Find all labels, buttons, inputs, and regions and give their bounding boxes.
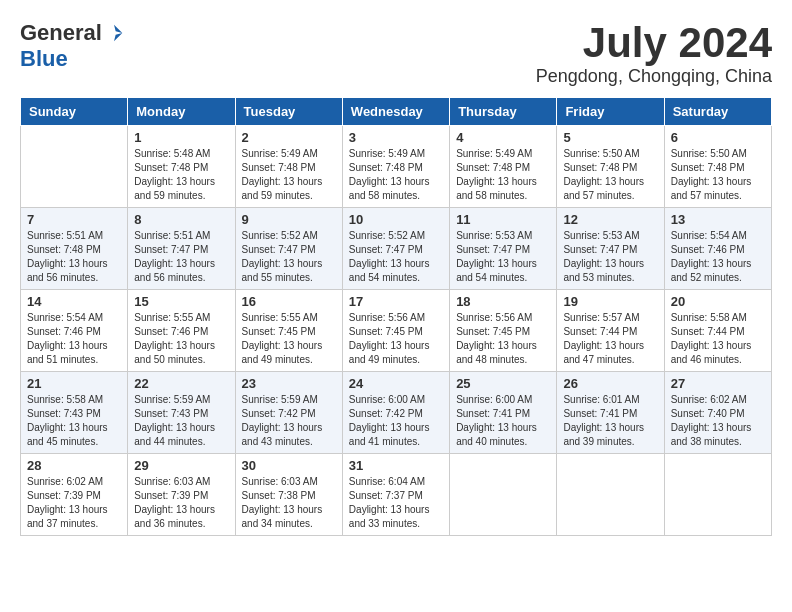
table-row: 14 Sunrise: 5:54 AMSunset: 7:46 PMDaylig… — [21, 290, 128, 372]
table-row: 7 Sunrise: 5:51 AMSunset: 7:48 PMDayligh… — [21, 208, 128, 290]
day-info: Sunrise: 5:54 AMSunset: 7:46 PMDaylight:… — [671, 229, 765, 285]
table-row: 26 Sunrise: 6:01 AMSunset: 7:41 PMDaylig… — [557, 372, 664, 454]
day-number: 13 — [671, 212, 765, 227]
day-number: 8 — [134, 212, 228, 227]
table-row — [21, 126, 128, 208]
table-row: 3 Sunrise: 5:49 AMSunset: 7:48 PMDayligh… — [342, 126, 449, 208]
day-number: 5 — [563, 130, 657, 145]
day-number: 29 — [134, 458, 228, 473]
day-info: Sunrise: 5:53 AMSunset: 7:47 PMDaylight:… — [456, 229, 550, 285]
day-info: Sunrise: 6:03 AMSunset: 7:38 PMDaylight:… — [242, 475, 336, 531]
day-number: 18 — [456, 294, 550, 309]
table-row: 30 Sunrise: 6:03 AMSunset: 7:38 PMDaylig… — [235, 454, 342, 536]
table-row: 6 Sunrise: 5:50 AMSunset: 7:48 PMDayligh… — [664, 126, 771, 208]
table-row: 19 Sunrise: 5:57 AMSunset: 7:44 PMDaylig… — [557, 290, 664, 372]
day-info: Sunrise: 5:48 AMSunset: 7:48 PMDaylight:… — [134, 147, 228, 203]
table-row: 4 Sunrise: 5:49 AMSunset: 7:48 PMDayligh… — [450, 126, 557, 208]
table-row: 2 Sunrise: 5:49 AMSunset: 7:48 PMDayligh… — [235, 126, 342, 208]
col-saturday: Saturday — [664, 98, 771, 126]
day-number: 14 — [27, 294, 121, 309]
day-number: 15 — [134, 294, 228, 309]
calendar-week-row: 1 Sunrise: 5:48 AMSunset: 7:48 PMDayligh… — [21, 126, 772, 208]
day-number: 2 — [242, 130, 336, 145]
day-info: Sunrise: 6:00 AMSunset: 7:41 PMDaylight:… — [456, 393, 550, 449]
table-row: 5 Sunrise: 5:50 AMSunset: 7:48 PMDayligh… — [557, 126, 664, 208]
day-number: 20 — [671, 294, 765, 309]
day-number: 9 — [242, 212, 336, 227]
calendar-week-row: 28 Sunrise: 6:02 AMSunset: 7:39 PMDaylig… — [21, 454, 772, 536]
logo-blue-text: Blue — [20, 46, 68, 72]
day-info: Sunrise: 6:00 AMSunset: 7:42 PMDaylight:… — [349, 393, 443, 449]
col-tuesday: Tuesday — [235, 98, 342, 126]
logo-icon — [104, 23, 124, 43]
table-row: 11 Sunrise: 5:53 AMSunset: 7:47 PMDaylig… — [450, 208, 557, 290]
page-header: General Blue July 2024 Pengdong, Chongqi… — [20, 20, 772, 87]
day-info: Sunrise: 6:02 AMSunset: 7:40 PMDaylight:… — [671, 393, 765, 449]
table-row — [664, 454, 771, 536]
day-number: 24 — [349, 376, 443, 391]
table-row: 15 Sunrise: 5:55 AMSunset: 7:46 PMDaylig… — [128, 290, 235, 372]
col-friday: Friday — [557, 98, 664, 126]
day-number: 23 — [242, 376, 336, 391]
table-row — [557, 454, 664, 536]
table-row: 18 Sunrise: 5:56 AMSunset: 7:45 PMDaylig… — [450, 290, 557, 372]
day-info: Sunrise: 5:49 AMSunset: 7:48 PMDaylight:… — [349, 147, 443, 203]
col-monday: Monday — [128, 98, 235, 126]
day-number: 19 — [563, 294, 657, 309]
table-row: 25 Sunrise: 6:00 AMSunset: 7:41 PMDaylig… — [450, 372, 557, 454]
day-info: Sunrise: 5:52 AMSunset: 7:47 PMDaylight:… — [349, 229, 443, 285]
day-info: Sunrise: 6:02 AMSunset: 7:39 PMDaylight:… — [27, 475, 121, 531]
table-row: 28 Sunrise: 6:02 AMSunset: 7:39 PMDaylig… — [21, 454, 128, 536]
day-info: Sunrise: 5:56 AMSunset: 7:45 PMDaylight:… — [456, 311, 550, 367]
day-number: 17 — [349, 294, 443, 309]
table-row: 20 Sunrise: 5:58 AMSunset: 7:44 PMDaylig… — [664, 290, 771, 372]
day-number: 3 — [349, 130, 443, 145]
day-number: 22 — [134, 376, 228, 391]
day-info: Sunrise: 5:53 AMSunset: 7:47 PMDaylight:… — [563, 229, 657, 285]
table-row: 22 Sunrise: 5:59 AMSunset: 7:43 PMDaylig… — [128, 372, 235, 454]
day-info: Sunrise: 5:50 AMSunset: 7:48 PMDaylight:… — [671, 147, 765, 203]
table-row: 31 Sunrise: 6:04 AMSunset: 7:37 PMDaylig… — [342, 454, 449, 536]
day-number: 10 — [349, 212, 443, 227]
day-info: Sunrise: 6:04 AMSunset: 7:37 PMDaylight:… — [349, 475, 443, 531]
table-row: 9 Sunrise: 5:52 AMSunset: 7:47 PMDayligh… — [235, 208, 342, 290]
day-info: Sunrise: 5:54 AMSunset: 7:46 PMDaylight:… — [27, 311, 121, 367]
table-row: 1 Sunrise: 5:48 AMSunset: 7:48 PMDayligh… — [128, 126, 235, 208]
day-number: 16 — [242, 294, 336, 309]
day-number: 11 — [456, 212, 550, 227]
col-sunday: Sunday — [21, 98, 128, 126]
day-number: 25 — [456, 376, 550, 391]
logo: General Blue — [20, 20, 124, 72]
day-number: 1 — [134, 130, 228, 145]
table-row: 23 Sunrise: 5:59 AMSunset: 7:42 PMDaylig… — [235, 372, 342, 454]
table-row: 17 Sunrise: 5:56 AMSunset: 7:45 PMDaylig… — [342, 290, 449, 372]
calendar-week-row: 7 Sunrise: 5:51 AMSunset: 7:48 PMDayligh… — [21, 208, 772, 290]
day-number: 12 — [563, 212, 657, 227]
day-number: 6 — [671, 130, 765, 145]
day-number: 30 — [242, 458, 336, 473]
day-info: Sunrise: 5:49 AMSunset: 7:48 PMDaylight:… — [456, 147, 550, 203]
day-info: Sunrise: 5:58 AMSunset: 7:44 PMDaylight:… — [671, 311, 765, 367]
table-row: 27 Sunrise: 6:02 AMSunset: 7:40 PMDaylig… — [664, 372, 771, 454]
day-info: Sunrise: 5:50 AMSunset: 7:48 PMDaylight:… — [563, 147, 657, 203]
day-number: 28 — [27, 458, 121, 473]
calendar-week-row: 14 Sunrise: 5:54 AMSunset: 7:46 PMDaylig… — [21, 290, 772, 372]
day-info: Sunrise: 5:55 AMSunset: 7:46 PMDaylight:… — [134, 311, 228, 367]
day-info: Sunrise: 6:03 AMSunset: 7:39 PMDaylight:… — [134, 475, 228, 531]
day-info: Sunrise: 5:51 AMSunset: 7:47 PMDaylight:… — [134, 229, 228, 285]
day-info: Sunrise: 5:52 AMSunset: 7:47 PMDaylight:… — [242, 229, 336, 285]
table-row: 8 Sunrise: 5:51 AMSunset: 7:47 PMDayligh… — [128, 208, 235, 290]
day-info: Sunrise: 5:56 AMSunset: 7:45 PMDaylight:… — [349, 311, 443, 367]
day-info: Sunrise: 6:01 AMSunset: 7:41 PMDaylight:… — [563, 393, 657, 449]
day-info: Sunrise: 5:59 AMSunset: 7:43 PMDaylight:… — [134, 393, 228, 449]
day-number: 7 — [27, 212, 121, 227]
day-info: Sunrise: 5:49 AMSunset: 7:48 PMDaylight:… — [242, 147, 336, 203]
table-row: 21 Sunrise: 5:58 AMSunset: 7:43 PMDaylig… — [21, 372, 128, 454]
table-row: 10 Sunrise: 5:52 AMSunset: 7:47 PMDaylig… — [342, 208, 449, 290]
day-number: 4 — [456, 130, 550, 145]
day-number: 21 — [27, 376, 121, 391]
day-number: 27 — [671, 376, 765, 391]
month-year-title: July 2024 — [536, 20, 772, 66]
day-number: 31 — [349, 458, 443, 473]
day-number: 26 — [563, 376, 657, 391]
